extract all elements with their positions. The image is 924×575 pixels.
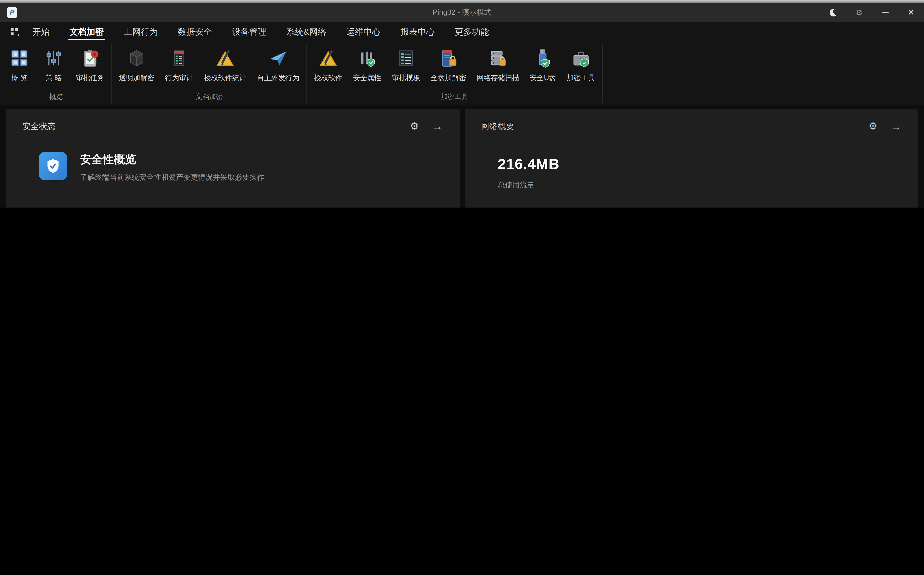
security-status-panel: 安全状态 ⚙ → 安全性概览 了解终端当前系统安全性和资产变更情况并采取必要操作 [6, 109, 460, 208]
transparent-encryption-button[interactable]: 透明加解密 [114, 46, 160, 83]
approval-tasks-button[interactable]: 审批任务 [71, 46, 110, 83]
usb-shield-icon [533, 48, 553, 68]
ribbon-group-label: 文档加密 [114, 92, 305, 105]
app-menu-icon [10, 28, 19, 36]
network-storage-scan-button[interactable]: 网络存储扫描 [471, 46, 524, 83]
ribbon-group-label: 加密工具 [309, 92, 600, 105]
panel-title: 安全状态 [22, 121, 55, 132]
paper-plane-icon [267, 48, 289, 68]
system-security-section: 系统安全 病毒和威胁防护 9 防火墙和网络防护 63 未启用密码的帐户 [39, 207, 241, 208]
tab-device-management[interactable]: 设备管理 [222, 22, 276, 42]
gear-icon[interactable]: ⚙ [410, 121, 418, 132]
arrow-right-icon[interactable]: → [891, 121, 902, 132]
ribbon-separator [111, 44, 112, 103]
tab-start[interactable]: 开始 [22, 22, 60, 42]
gear-icon[interactable]: ⚙ [868, 121, 878, 132]
authorized-software-button[interactable]: 授权软件 [309, 46, 348, 83]
tab-more-features[interactable]: 更多功能 [445, 22, 499, 42]
ribbon-separator [307, 44, 307, 103]
ribbon-group-encryption-tools: 授权软件 安全属性 [309, 42, 600, 105]
tab-data-security[interactable]: 数据安全 [168, 22, 222, 42]
overview-button[interactable]: 概 览 [2, 46, 37, 83]
tab-ops-center[interactable]: 运维中心 [336, 22, 391, 42]
triangle-pencil-icon [215, 48, 236, 68]
ribbon-tabs: 开始 文档加密 上网行为 数据安全 设备管理 系统&网络 运维中心 报表中心 更… [0, 22, 924, 42]
card-desc: 了解终端当前系统安全性和资产变更情况并采取必要操作 [80, 173, 264, 183]
titlebar: P Ping32 - 演示模式 ⚙ ✕ [0, 3, 924, 22]
tab-system-network[interactable]: 系统&网络 [276, 22, 336, 42]
total-traffic-value: 216.4MB [498, 156, 902, 172]
audit-list-icon [170, 48, 189, 68]
tab-document-encryption[interactable]: 文档加密 [60, 22, 114, 42]
tab-web-behavior[interactable]: 上网行为 [114, 22, 168, 42]
cube-icon [127, 48, 147, 68]
app-menu-button[interactable] [7, 25, 22, 38]
approval-template-button[interactable]: 审批模板 [386, 46, 425, 83]
policy-sliders-icon [44, 48, 63, 68]
ribbon-separator [602, 44, 603, 103]
approval-clipboard-icon [80, 48, 100, 68]
triangle-pencil-icon [318, 48, 339, 68]
toolbox-shield-icon [571, 48, 591, 68]
shield-icon [39, 152, 67, 180]
policy-button[interactable]: 策 略 [37, 46, 71, 83]
window-title: Ping32 - 演示模式 [0, 8, 924, 17]
server-lock-icon [488, 48, 508, 68]
ping32-window: P Ping32 - 演示模式 ⚙ ✕ 开始 文档加密 上网行为 数据安全 设备… [0, 0, 924, 208]
fence-shield-icon [357, 48, 377, 68]
ribbon-group-label: 概览 [2, 92, 110, 105]
full-disk-encryption-button[interactable]: 全盘加解密 [425, 46, 471, 83]
authorized-software-stats-button[interactable]: 授权软件统计 [199, 46, 251, 83]
network-overview-panel: 网络概要 ⚙ → 216.4MB 总使用流量 ↑ 1.7KB/S ↓ 1.2KB… [464, 109, 918, 208]
total-traffic-label: 总使用流量 [498, 180, 902, 190]
security-overview-card[interactable]: 安全性概览 了解终端当前系统安全性和资产变更情况并采取必要操作 [39, 152, 443, 183]
self-outgoing-behavior-button[interactable]: 自主外发行为 [251, 46, 305, 83]
encryption-tools-button[interactable]: 加密工具 [561, 46, 600, 83]
ribbon-toolbar: 概 览 策 略 [0, 42, 924, 105]
overview-grid-icon [10, 48, 29, 68]
panel-title: 网络概要 [481, 121, 514, 132]
disk-lock-icon [438, 48, 458, 68]
ribbon-group-doc-encryption: 透明加解密 行为审计 [114, 42, 305, 105]
template-list-icon [396, 48, 415, 68]
tab-report-center[interactable]: 报表中心 [391, 22, 445, 42]
arrow-right-icon[interactable]: → [432, 121, 443, 132]
asset-security-section: 资产安全 硬件变更事件 0 软件变更事件 1 [241, 207, 443, 208]
secure-usb-button[interactable]: 安全U盘 [525, 46, 561, 83]
ribbon-group-overview: 概 览 策 略 [2, 42, 110, 105]
security-attributes-button[interactable]: 安全属性 [348, 46, 387, 83]
card-title: 安全性概览 [80, 152, 264, 167]
window-top-edge [0, 0, 924, 3]
dashboard: 安全状态 ⚙ → 安全性概览 了解终端当前系统安全性和资产变更情况并采取必要操作 [0, 105, 924, 208]
behavior-audit-button[interactable]: 行为审计 [160, 46, 199, 83]
